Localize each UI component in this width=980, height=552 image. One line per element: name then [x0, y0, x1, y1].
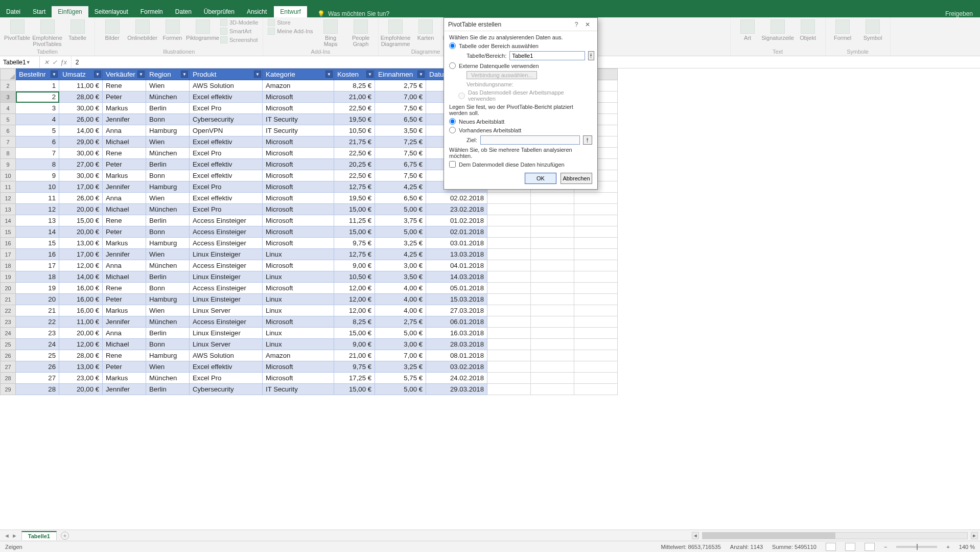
cell[interactable]: Cybersecurity	[190, 384, 263, 395]
option-external-data[interactable]: Externe Datenquelle verwenden	[449, 62, 592, 69]
cell[interactable]: Access Einsteiger	[190, 283, 263, 294]
cell[interactable]: 11,00 €	[59, 80, 103, 91]
cell[interactable]: 8,25 €	[334, 316, 375, 328]
cell[interactable]	[574, 305, 618, 316]
cell[interactable]: 4	[16, 114, 59, 125]
cell[interactable]: Jennifer	[103, 384, 146, 395]
cell[interactable]: 6,50 €	[375, 193, 426, 204]
cell[interactable]: 7	[16, 148, 59, 159]
cell[interactable]	[487, 226, 531, 238]
cell[interactable]: 17,00 €	[59, 181, 103, 193]
row-header[interactable]: 29	[1, 384, 16, 395]
cell[interactable]: 15,00 €	[334, 226, 375, 238]
formen-button[interactable]: Formen	[158, 18, 186, 42]
cell[interactable]	[574, 316, 618, 328]
cell[interactable]: 4,25 €	[375, 249, 426, 260]
cell[interactable]: 3,25 €	[375, 361, 426, 373]
cell[interactable]: 13	[16, 215, 59, 226]
screenshot-button[interactable]: Screenshot	[219, 36, 260, 44]
ribbon-tab-daten[interactable]: Daten	[169, 6, 198, 17]
option-existing-sheet-radio[interactable]	[449, 127, 456, 133]
cell[interactable]: 9,00 €	[334, 339, 375, 350]
hscroll-track[interactable]	[702, 532, 968, 539]
view-page-layout-button[interactable]	[845, 543, 855, 551]
cell[interactable]: 10	[16, 181, 59, 193]
row-header[interactable]: 10	[1, 170, 16, 181]
cell[interactable]: München	[146, 260, 190, 271]
cell[interactable]	[531, 361, 574, 373]
cell[interactable]: 27	[16, 373, 59, 384]
cell[interactable]	[574, 373, 618, 384]
cell[interactable]: 9,75 €	[334, 361, 375, 373]
cell[interactable]: 11	[16, 193, 59, 204]
cell[interactable]: Linux	[263, 328, 334, 339]
cell[interactable]: Microsoft	[263, 91, 334, 103]
formel-button[interactable]: Formel	[829, 18, 857, 42]
cell[interactable]	[574, 260, 618, 271]
cell[interactable]: 20,00 €	[59, 328, 103, 339]
cell[interactable]: Excel effektiv	[190, 193, 263, 204]
cell[interactable]	[531, 283, 574, 294]
cell[interactable]: Microsoft	[263, 181, 334, 193]
ribbon-tab-seitenlayout[interactable]: Seitenlayout	[88, 6, 134, 17]
cell[interactable]: Hamburg	[146, 350, 190, 361]
cell[interactable]: 7,00 €	[375, 91, 426, 103]
cell[interactable]: 22	[16, 316, 59, 328]
3d-modelle-button[interactable]: 3D-Modelle	[219, 18, 260, 27]
empfohlene-diagramme-button[interactable]: Empfohlene Diagramme	[382, 18, 410, 48]
row-header[interactable]: 11	[1, 181, 16, 193]
cell[interactable]: Rene	[103, 283, 146, 294]
cell[interactable]: Berlin	[146, 384, 190, 395]
cell[interactable]: Microsoft	[263, 260, 334, 271]
cell[interactable]: Access Einsteiger	[190, 238, 263, 249]
cell[interactable]: 1	[16, 80, 59, 91]
cell[interactable]	[531, 339, 574, 350]
cell[interactable]: Microsoft	[263, 238, 334, 249]
cell[interactable]: Access Einsteiger	[190, 215, 263, 226]
cell[interactable]: 27.03.2018	[426, 305, 487, 316]
cell[interactable]: Berlin	[146, 271, 190, 283]
zoom-level[interactable]: 140 %	[959, 544, 975, 550]
cell[interactable]: Linux Einsteiger	[190, 249, 263, 260]
cell[interactable]: Bonn	[146, 114, 190, 125]
cell[interactable]: Excel Pro	[190, 373, 263, 384]
cell[interactable]: 19,50 €	[334, 193, 375, 204]
cancel-formula-icon[interactable]: ✕	[44, 59, 49, 66]
cell[interactable]: Access Einsteiger	[190, 316, 263, 328]
cell[interactable]: 27,00 €	[59, 159, 103, 170]
row-header[interactable]: 7	[1, 136, 16, 148]
cell[interactable]: Markus	[103, 305, 146, 316]
cell[interactable]: 16.03.2018	[426, 328, 487, 339]
cell[interactable]: 03.01.2018	[426, 238, 487, 249]
cell[interactable]: IT Security	[263, 384, 334, 395]
ribbon-tab-start[interactable]: Start	[27, 6, 52, 17]
cell[interactable]	[531, 294, 574, 305]
cell[interactable]: 20,00 €	[59, 226, 103, 238]
cell[interactable]: 8	[16, 159, 59, 170]
cell[interactable]: 13,00 €	[59, 361, 103, 373]
cell[interactable]	[487, 305, 531, 316]
view-page-break-button[interactable]	[865, 543, 875, 551]
cell[interactable]: Linux Server	[190, 339, 263, 350]
cell[interactable]: IT Security	[263, 125, 334, 136]
cell[interactable]: Microsoft	[263, 316, 334, 328]
cell[interactable]: 12,00 €	[59, 260, 103, 271]
cell[interactable]: 30,00 €	[59, 148, 103, 159]
row-header[interactable]: 4	[1, 103, 16, 114]
cell[interactable]: 16,00 €	[59, 294, 103, 305]
cell[interactable]: 23	[16, 328, 59, 339]
sheet-nav-last-icon[interactable]: ►	[12, 533, 17, 539]
cell[interactable]: Anna	[103, 125, 146, 136]
cell[interactable]: 9,75 €	[334, 238, 375, 249]
cell[interactable]: 2	[16, 91, 59, 103]
cell[interactable]: Bonn	[146, 170, 190, 181]
cell[interactable]: 24	[16, 339, 59, 350]
column-header-verkäufer[interactable]: Verkäufer▼	[103, 69, 146, 80]
cell[interactable]: 23,00 €	[59, 373, 103, 384]
cell[interactable]: Hamburg	[146, 181, 190, 193]
row-header[interactable]: 9	[1, 159, 16, 170]
cell[interactable]	[487, 271, 531, 283]
cell[interactable]: 7,25 €	[375, 136, 426, 148]
option-existing-sheet[interactable]: Vorhandenes Arbeitsblatt	[449, 127, 592, 133]
row-header[interactable]: 15	[1, 226, 16, 238]
